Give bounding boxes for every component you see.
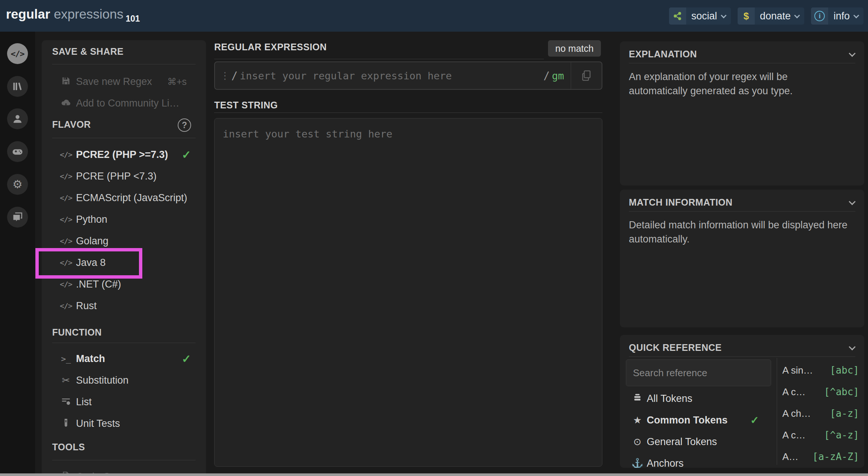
regex-section-title: REGULAR EXPRESSION <box>214 42 327 53</box>
token-row[interactable]: A ch… [a-z] <box>782 403 859 424</box>
social-button-label: social <box>686 10 722 22</box>
collapse-chevron-icon[interactable] <box>849 198 855 205</box>
flavor-item-pcre[interactable]: </> PCRE (PHP <7.3) <box>42 165 206 187</box>
chevron-down-icon <box>853 12 859 18</box>
token-row[interactable]: A c… [^a-z] <box>782 424 859 446</box>
quick-reference-title: QUICK REFERENCE <box>629 342 722 353</box>
regex-flags[interactable]: gm <box>552 70 564 82</box>
social-button[interactable]: social <box>669 7 731 25</box>
test-string-section-title: TEST STRING <box>214 100 278 111</box>
logo-part-regular: regular <box>6 7 50 21</box>
icon-rail: </> ⚙ <box>0 32 35 476</box>
category-anchors[interactable]: ⚓ Anchors <box>620 453 776 468</box>
collapse-chevron-icon[interactable] <box>849 343 855 350</box>
explanation-body: An explanation of your regex will be aut… <box>629 70 845 98</box>
quick-reference-card: QUICK REFERENCE All Tokens ★ Common Toke… <box>620 335 864 468</box>
share-nodes-icon <box>669 7 686 25</box>
rail-feedback-button[interactable] <box>7 207 28 228</box>
dot-circle-icon: ⊙ <box>631 436 644 448</box>
flavor-item-pcre2[interactable]: </> PCRE2 (PHP >=7.3) ✓ <box>42 144 206 165</box>
save-share-section-title: SAVE & SHARE <box>52 46 124 57</box>
check-icon: ✓ <box>182 148 191 161</box>
divider <box>214 59 544 59</box>
flavor-item-rust[interactable]: </> Rust <box>42 295 206 317</box>
chevron-down-icon <box>721 12 727 18</box>
code-icon: </> <box>60 215 72 224</box>
token-row[interactable]: A… [a-zA-Z] <box>782 446 859 467</box>
logo-part-101: 101 <box>126 14 140 23</box>
save-new-regex-item[interactable]: Save new Regex ⌘+s <box>42 71 206 92</box>
collapse-chevron-icon[interactable] <box>849 50 855 57</box>
divider <box>629 211 855 212</box>
info-button[interactable]: i info <box>811 7 864 25</box>
info-button-label: info <box>828 10 854 22</box>
copy-icon <box>580 69 593 82</box>
open-delimiter: / <box>231 70 238 82</box>
logo-part-expressions: expressions <box>54 7 123 21</box>
category-common-tokens[interactable]: ★ Common Tokens ✓ <box>620 409 776 431</box>
donate-button[interactable]: $ donate <box>738 7 805 25</box>
copy-regex-button[interactable] <box>571 62 602 89</box>
explanation-title: EXPLANATION <box>629 49 697 60</box>
divider <box>629 63 855 63</box>
test-string-textarea[interactable]: insert your test string here <box>214 118 602 467</box>
check-icon: ✓ <box>182 352 191 365</box>
code-icon: </> <box>60 193 72 202</box>
code-icon: </> <box>60 172 72 181</box>
flavor-help-icon[interactable]: ? <box>178 118 191 132</box>
save-shortcut: ⌘+s <box>167 76 187 87</box>
dollar-icon: $ <box>738 7 755 25</box>
annotation-highlight-box <box>35 248 142 279</box>
function-item-substitution[interactable]: ✂ Substitution <box>42 369 206 391</box>
token-row[interactable]: A sin… [abc] <box>782 359 859 381</box>
gear-icon: ⚙ <box>13 179 23 190</box>
star-icon: ★ <box>631 415 644 426</box>
add-to-community-label: Add to Community Li… <box>76 98 180 109</box>
code-icon: </> <box>60 280 72 289</box>
flavor-section-title: FLAVOR <box>52 119 91 130</box>
reference-search-input[interactable] <box>626 359 771 386</box>
rail-regex-quiz-button[interactable] <box>7 141 28 162</box>
token-row[interactable]: A c… [^abc] <box>782 381 859 403</box>
chat-icon <box>12 212 23 223</box>
flavor-item-ecmascript[interactable]: </> ECMAScript (JavaScript) <box>42 187 206 209</box>
app-logo[interactable]: regular expressions101 <box>6 7 140 24</box>
explanation-card: EXPLANATION An explanation of your regex… <box>620 41 864 185</box>
cloud-upload-icon <box>60 97 72 109</box>
terminal-icon: >_ <box>60 354 72 364</box>
test-tube-icon <box>60 418 72 429</box>
tokens-stack-icon <box>631 392 644 405</box>
function-item-unit-tests[interactable]: Unit Tests <box>42 413 206 434</box>
code-icon: </> <box>11 49 25 58</box>
rail-regex-editor-button[interactable]: </> <box>7 43 28 64</box>
header-buttons: social $ donate i info <box>669 7 864 25</box>
rail-settings-button[interactable]: ⚙ <box>7 174 28 195</box>
tools-section-title: TOOLS <box>52 442 85 453</box>
regex-input[interactable]: ⋮ / insert your regular expression here … <box>214 61 602 90</box>
category-all-tokens[interactable]: All Tokens <box>620 388 776 409</box>
divider <box>52 343 196 343</box>
match-status-badge: no match <box>548 40 601 57</box>
rail-library-button[interactable] <box>7 76 28 97</box>
regex101-app: regular expressions101 social $ donate <box>0 0 868 476</box>
function-item-match[interactable]: >_ Match ✓ <box>42 348 206 369</box>
divider <box>52 460 196 460</box>
close-delimiter: / <box>544 70 550 82</box>
save-new-regex-label: Save new Regex <box>76 76 152 88</box>
horizontal-scrollbar[interactable] <box>0 473 868 476</box>
library-icon <box>12 81 23 92</box>
function-section-title: FUNCTION <box>52 327 102 338</box>
add-to-community-item[interactable]: Add to Community Li… <box>42 92 206 114</box>
rail-account-button[interactable] <box>7 108 28 129</box>
scissors-icon: ✂ <box>60 375 72 386</box>
drag-grip-icon[interactable]: ⋮ <box>220 70 230 81</box>
divider <box>777 358 777 465</box>
gamepad-icon <box>12 146 23 157</box>
category-general-tokens[interactable]: ⊙ General Tokens <box>620 431 776 453</box>
list-gear-icon <box>60 396 72 408</box>
floppy-icon <box>60 76 72 88</box>
flavor-item-python[interactable]: </> Python <box>42 209 206 230</box>
test-string-placeholder: insert your test string here <box>223 128 392 140</box>
function-item-list[interactable]: List <box>42 391 206 413</box>
divider <box>629 356 855 357</box>
